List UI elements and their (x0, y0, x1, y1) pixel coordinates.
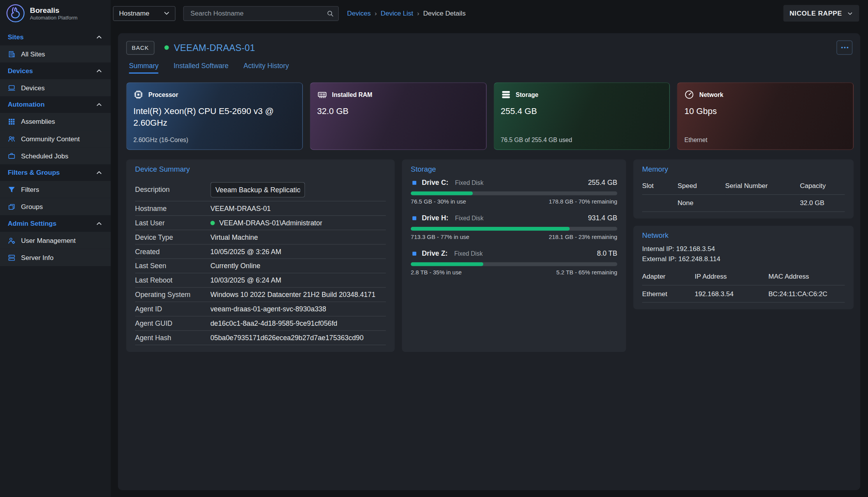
sidebar-item-community-content[interactable]: Community Content (0, 130, 111, 147)
installed-ram-card: Installed RAM 32.0 GB (310, 83, 486, 150)
adapter-name-cell: Ethernet (642, 286, 695, 303)
sidebar-section-automation[interactable]: Automation (0, 96, 111, 113)
stat-cards-row: Processor Intel(R) Xeon(R) CPU E5-2690 v… (126, 83, 855, 150)
stat-title: Storage (516, 91, 538, 98)
brand: Borealis Automation Platform (0, 0, 111, 26)
memory-panel: Memory Slot Speed Serial Number Capacity… (633, 159, 854, 218)
hostname-filter-dropdown[interactable]: Hostname (113, 6, 176, 21)
user-menu-button[interactable]: NICOLE RAPPE (783, 5, 859, 22)
chevron-up-icon (95, 101, 103, 109)
summary-row-operating-system: Operating System Windows 10 2022 Datacen… (135, 288, 386, 302)
breadcrumb-current: Device Details (423, 9, 466, 17)
user-gear-icon (8, 237, 16, 244)
drive-remaining-text: 218.1 GB - 23% remaining (549, 234, 617, 240)
panel-title: Storage (411, 165, 617, 173)
memory-capacity-cell: 32.0 GB (800, 195, 845, 212)
adapter-mac-cell: BC:24:11:CA:C6:2C (768, 286, 845, 303)
drive-z: Drive Z: Fixed Disk 8.0 TB 2.8 TB - 35% … (411, 249, 617, 276)
breadcrumb-devices[interactable]: Devices (347, 9, 371, 17)
stat-title: Installed RAM (332, 91, 372, 98)
sidebar-section-filters-groups[interactable]: Filters & Groups (0, 164, 111, 181)
breadcrumb: Devices › Device List › Device Details (347, 9, 465, 17)
sidebar-item-groups[interactable]: Groups (0, 198, 111, 215)
devices-icon (8, 84, 16, 91)
sidebar-item-label: Server Info (21, 254, 53, 262)
grid-icon (8, 118, 16, 125)
sidebar-item-label: Scheduled Jobs (21, 152, 68, 160)
more-options-button[interactable] (836, 40, 852, 55)
drive-usage-bar (411, 227, 617, 231)
sidebar-item-user-management[interactable]: User Management (0, 232, 111, 249)
drive-bullet-icon (412, 251, 416, 255)
sidebar-section-admin-settings[interactable]: Admin Settings (0, 215, 111, 232)
panel-title: Memory (642, 165, 845, 173)
detail-panels: Device Summary Description Hostname VEEA… (126, 159, 855, 352)
summary-row-last-user: Last User VEEAM-DRAAS-01\Administrator (135, 216, 386, 230)
sidebar-item-filters[interactable]: Filters (0, 181, 111, 198)
panel-title: Device Summary (135, 165, 386, 173)
sidebar-item-label: User Management (21, 237, 76, 244)
memory-serial-cell (725, 195, 800, 212)
stat-title: Processor (148, 91, 178, 98)
adapter-ip-cell: 192.168.3.54 (695, 286, 768, 303)
external-ip: External IP: 162.248.8.114 (642, 255, 845, 263)
device-details-page: BACK VEEAM-DRAAS-01 Summary Installed So… (118, 33, 860, 490)
sidebar-item-devices[interactable]: Devices (0, 79, 111, 96)
storage-stack-icon (501, 90, 511, 100)
tab-installed-software[interactable]: Installed Software (174, 62, 229, 74)
sidebar-item-label: Groups (21, 203, 43, 211)
chevron-up-icon (95, 67, 103, 75)
back-button[interactable]: BACK (126, 40, 155, 54)
panel-title: Network (642, 231, 845, 239)
online-status-dot (210, 221, 215, 225)
building-icon (8, 50, 16, 58)
storage-card: Storage 255.4 GB 76.5 GB of 255.4 GB use… (493, 83, 670, 150)
drive-used-text: 2.8 TB - 35% in use (411, 269, 462, 276)
sidebar-item-scheduled-jobs[interactable]: Scheduled Jobs (0, 147, 111, 164)
breadcrumb-device-list[interactable]: Device List (381, 9, 413, 17)
search-input[interactable] (189, 9, 327, 18)
drive-usage-bar (411, 262, 617, 266)
chevron-down-icon (847, 10, 853, 16)
tab-activity-history[interactable]: Activity History (243, 62, 289, 74)
briefcase-icon (8, 152, 16, 160)
network-footer: Ethernet (684, 137, 707, 143)
drive-bullet-icon (412, 181, 416, 184)
page-header: BACK VEEAM-DRAAS-01 (126, 40, 855, 55)
tab-bar: Summary Installed Software Activity Hist… (129, 62, 855, 74)
user-name: NICOLE RAPPE (789, 9, 842, 17)
drive-h: Drive H: Fixed Disk 931.4 GB 713.3 GB - … (411, 214, 617, 240)
summary-row-description: Description (135, 179, 386, 201)
gauge-icon (684, 90, 694, 100)
drive-remaining-text: 178.8 GB - 70% remaining (549, 198, 617, 205)
sidebar-item-all-sites[interactable]: All Sites (0, 46, 111, 63)
sidebar-item-label: Community Content (21, 135, 80, 142)
topbar: Hostname Devices › Device List › Device … (111, 0, 868, 26)
chevron-down-icon (163, 9, 171, 17)
sidebar-item-label: Devices (21, 84, 45, 91)
drive-bullet-icon (412, 216, 416, 220)
chevron-up-icon (95, 220, 103, 227)
right-column: Memory Slot Speed Serial Number Capacity… (633, 159, 854, 309)
processor-card: Processor Intel(R) Xeon(R) CPU E5-2690 v… (126, 83, 303, 150)
sidebar-item-assemblies[interactable]: Assemblies (0, 113, 111, 130)
funnel-icon (8, 186, 16, 193)
brand-subtitle: Automation Platform (30, 14, 77, 21)
summary-row-hostname: Hostname VEEAM-DRAAS-01 (135, 201, 386, 216)
sidebar-item-server-info[interactable]: Server Info (0, 249, 111, 266)
stat-title: Network (699, 91, 724, 98)
memory-slot-cell (642, 195, 678, 212)
sidebar-item-label: Filters (21, 186, 39, 193)
summary-row-created: Created 10/05/2025 @ 3:26 AM (135, 244, 386, 259)
drive-c: Drive C: Fixed Disk 255.4 GB 76.5 GB - 3… (411, 179, 617, 205)
ram-icon (317, 90, 327, 100)
ram-value: 32.0 GB (317, 106, 468, 118)
drive-usage-bar (411, 191, 617, 195)
description-input[interactable] (210, 182, 305, 198)
device-summary-panel: Device Summary Description Hostname VEEA… (126, 159, 394, 352)
sidebar-section-devices[interactable]: Devices (0, 63, 111, 79)
chevron-up-icon (95, 169, 103, 177)
sidebar-section-sites[interactable]: Sites (0, 29, 111, 46)
memory-table: Slot Speed Serial Number Capacity None 3… (642, 179, 845, 212)
tab-summary[interactable]: Summary (129, 62, 158, 74)
